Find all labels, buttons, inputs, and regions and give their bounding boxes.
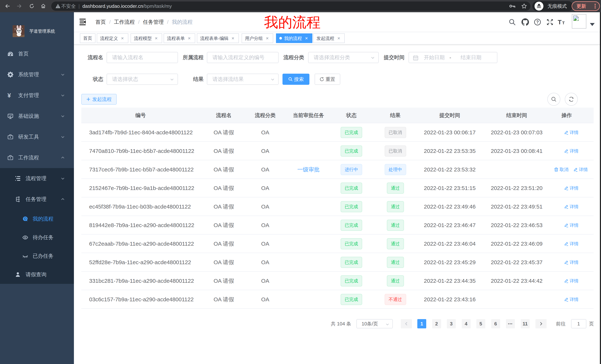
svg-text:T: T — [558, 19, 562, 25]
svg-text:T: T — [562, 21, 565, 25]
svg-text:?: ? — [536, 20, 539, 25]
